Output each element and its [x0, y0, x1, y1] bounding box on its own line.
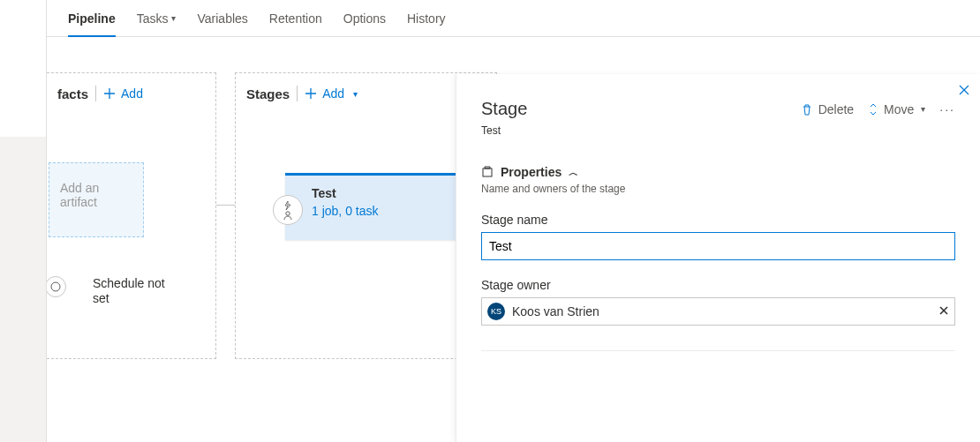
- owner-name: Koos van Strien: [512, 304, 599, 318]
- panel-subtitle: Test: [481, 124, 955, 137]
- divider: [95, 86, 96, 101]
- properties-subheading: Name and owners of the stage: [481, 183, 955, 195]
- clock-icon: [47, 276, 66, 297]
- bolt-icon: [283, 201, 293, 210]
- svg-rect-3: [483, 169, 492, 176]
- stage-owner-field[interactable]: KS Koos van Strien: [481, 297, 955, 326]
- close-icon: [958, 84, 970, 96]
- tab-tasks-label: Tasks: [137, 11, 169, 26]
- stage-name-input[interactable]: [481, 232, 955, 260]
- close-panel-button[interactable]: [954, 79, 975, 101]
- add-artifact-label: Add: [121, 86, 143, 101]
- move-icon: [868, 103, 878, 116]
- delete-stage-button[interactable]: Delete: [801, 102, 854, 116]
- svg-point-1: [286, 212, 290, 215]
- plus-icon: [305, 87, 317, 100]
- tab-tasks[interactable]: Tasks ▾: [137, 0, 177, 37]
- more-actions-button[interactable]: ···: [939, 102, 955, 116]
- divider: [297, 86, 298, 101]
- add-artifact-button[interactable]: Add: [103, 86, 143, 101]
- panel-divider: [481, 350, 955, 351]
- chevron-down-icon: ▾: [921, 104, 925, 114]
- tab-retention[interactable]: Retention: [269, 0, 322, 37]
- move-stage-button[interactable]: Move ▾: [868, 102, 925, 116]
- stages-title: Stages: [246, 86, 290, 101]
- tab-pipeline[interactable]: Pipeline: [68, 0, 116, 37]
- properties-icon: [481, 166, 494, 178]
- tab-variables[interactable]: Variables: [197, 0, 247, 37]
- pre-deployment-conditions-button[interactable]: [273, 195, 303, 225]
- add-artifact-text2: artifact: [60, 195, 132, 209]
- panel-title: Stage: [481, 99, 527, 119]
- schedule-line2: set: [93, 291, 165, 306]
- clear-owner-button[interactable]: [939, 304, 949, 318]
- chevron-up-icon[interactable]: ︿: [569, 166, 578, 179]
- tab-history[interactable]: History: [407, 0, 446, 37]
- add-artifact-card[interactable]: Add an artifact: [49, 162, 144, 237]
- close-icon: [939, 305, 949, 316]
- chevron-down-icon: ▾: [353, 89, 358, 99]
- delete-label: Delete: [818, 102, 854, 116]
- stage-tasks-link[interactable]: 1 job, 0 task: [312, 204, 379, 218]
- add-stage-label: Add: [322, 86, 344, 101]
- schedule-line1: Schedule not: [93, 276, 165, 291]
- stage-properties-panel: Stage Delete Move ▾ ··· Test: [456, 74, 980, 442]
- stage-name: Test: [312, 186, 379, 200]
- trash-icon: [801, 103, 813, 116]
- plus-icon: [103, 87, 116, 100]
- owner-avatar: KS: [487, 303, 505, 320]
- tab-options[interactable]: Options: [343, 0, 386, 37]
- schedule-trigger[interactable]: Schedule not set: [63, 276, 165, 306]
- artifacts-lane: facts Add Add an artifact Schedule: [47, 72, 216, 359]
- add-artifact-text1: Add an: [60, 181, 132, 195]
- stage-name-label: Stage name: [481, 213, 955, 227]
- properties-heading: Properties: [501, 165, 562, 179]
- stage-owner-label: Stage owner: [481, 278, 955, 292]
- svg-point-0: [51, 282, 60, 291]
- move-label: Move: [884, 102, 914, 116]
- artifacts-title: facts: [57, 86, 88, 101]
- pipeline-tabs: Pipeline Tasks ▾ Variables Retention Opt…: [47, 0, 980, 37]
- person-icon: [283, 210, 293, 221]
- add-stage-button[interactable]: Add ▾: [305, 86, 358, 101]
- chevron-down-icon: ▾: [171, 13, 176, 23]
